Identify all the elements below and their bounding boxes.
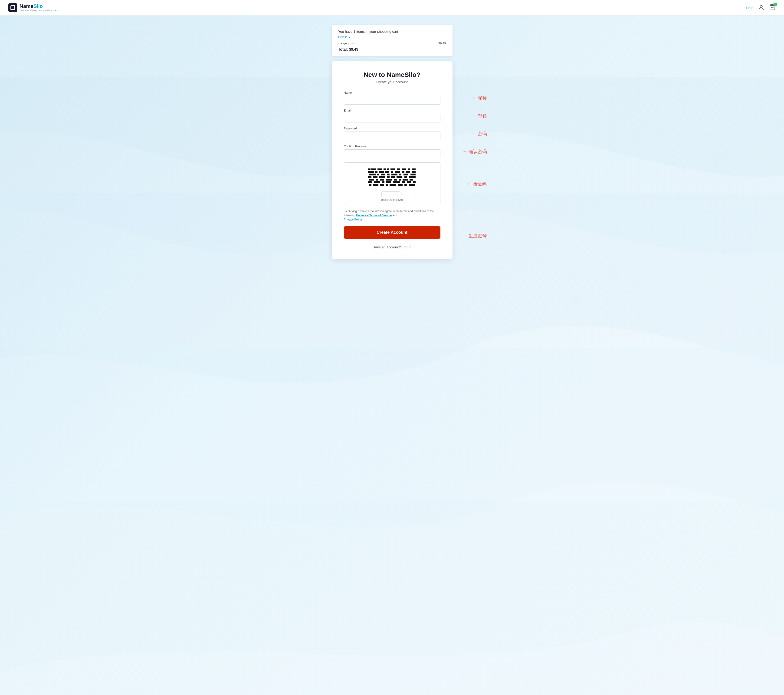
svg-rect-44 xyxy=(403,179,408,180)
name-field-group: Name ← 昵称 xyxy=(344,91,440,104)
svg-rect-40 xyxy=(380,179,384,180)
annotation-confirm-password: ← 确认密码 xyxy=(463,148,487,155)
terms-text: By clicking "Create Account" you agree t… xyxy=(344,209,440,222)
cart-details-link[interactable]: Details ▲ xyxy=(338,35,351,39)
cart-total: Total: $9.49 xyxy=(338,48,446,51)
svg-rect-15 xyxy=(379,171,384,173)
svg-rect-3 xyxy=(371,168,374,170)
have-account-text: Have an account? xyxy=(372,245,401,249)
email-input[interactable] xyxy=(344,114,440,122)
form-subtitle: Create your account xyxy=(344,80,440,84)
annotation-email-arrow: ← xyxy=(472,113,476,118)
help-link[interactable]: Help xyxy=(746,6,753,10)
svg-rect-39 xyxy=(376,179,378,180)
logo-name-part: Name xyxy=(20,3,33,9)
registration-form-card: New to NameSilo? Create your account Nam… xyxy=(332,61,453,259)
svg-rect-25 xyxy=(387,173,390,175)
email-field-group: Email ← 邮箱 xyxy=(344,109,440,122)
name-input[interactable] xyxy=(344,96,440,104)
password-label: Password xyxy=(344,127,440,130)
svg-rect-41 xyxy=(386,179,392,180)
cart-badge[interactable]: 1 xyxy=(769,4,776,12)
header: NameSilo Domains. Cheap, easy and secure… xyxy=(0,0,784,16)
captcha-input[interactable] xyxy=(381,191,400,197)
confirm-password-input[interactable] xyxy=(344,149,440,158)
annotation-confirm-password-arrow: ← xyxy=(463,149,467,154)
cart-summary-title: You have 1 items in your shopping cart xyxy=(338,30,446,33)
svg-rect-24 xyxy=(381,173,385,175)
annotation-nickname: ← 昵称 xyxy=(472,94,487,101)
captcha-hint: (case insensitive) xyxy=(347,198,437,201)
main-content: You have 1 items in your shopping cart D… xyxy=(0,16,784,273)
svg-rect-36 xyxy=(404,176,407,178)
cart-details-arrow-icon: ▲ xyxy=(348,36,350,38)
svg-rect-17 xyxy=(391,171,393,173)
svg-rect-57 xyxy=(386,184,388,186)
annotation-captcha-label: 验证码 xyxy=(473,180,487,187)
svg-rect-54 xyxy=(369,184,371,186)
logo-area: NameSilo Domains. Cheap, easy and secure xyxy=(8,3,57,12)
annotation-nickname-arrow: ← xyxy=(472,95,476,100)
svg-rect-13 xyxy=(368,171,374,173)
svg-rect-49 xyxy=(386,181,391,183)
svg-rect-4 xyxy=(374,168,376,170)
user-icon[interactable] xyxy=(758,5,764,11)
svg-rect-2 xyxy=(368,168,370,170)
login-link[interactable]: Log In xyxy=(402,245,412,249)
header-right: Help 1 xyxy=(746,4,776,12)
confirm-password-field-group: Confirm Password ← 确认密码 xyxy=(344,145,440,158)
svg-rect-11 xyxy=(408,168,410,170)
annotation-email-label: 邮箱 xyxy=(478,112,487,119)
annotation-create-account-label: 生成账号 xyxy=(468,233,487,239)
privacy-policy-link[interactable]: Privacy Policy xyxy=(344,218,362,221)
svg-rect-37 xyxy=(409,176,415,178)
confirm-password-label: Confirm Password xyxy=(344,145,440,148)
svg-rect-30 xyxy=(368,176,371,178)
terms-of-service-link[interactable]: Universal Terms of Service xyxy=(356,214,392,217)
name-label: Name xyxy=(344,91,440,94)
svg-rect-60 xyxy=(404,184,407,186)
svg-rect-16 xyxy=(385,171,389,173)
annotation-confirm-password-label: 确认密码 xyxy=(468,148,487,155)
cart-count-badge: 1 xyxy=(773,3,777,6)
captcha-asterisk: * xyxy=(402,193,403,196)
svg-rect-21 xyxy=(412,171,415,173)
svg-rect-53 xyxy=(413,181,415,183)
annotation-captcha: ← 验证码 xyxy=(467,180,487,187)
captcha-container: * (case insensitive) ← 验证码 xyxy=(344,162,440,205)
have-account-section: Have an account? Log In xyxy=(344,245,440,249)
svg-rect-35 xyxy=(397,176,402,178)
svg-rect-22 xyxy=(369,173,376,175)
create-account-wrapper: Create Account ← 生成账号 xyxy=(344,226,440,245)
logo-tagline: Domains. Cheap, easy and secure xyxy=(20,9,57,12)
password-input[interactable] xyxy=(344,132,440,140)
annotation-nickname-label: 昵称 xyxy=(478,94,487,101)
create-account-button[interactable]: Create Account xyxy=(344,226,440,239)
logo-icon-inner xyxy=(10,5,15,10)
svg-rect-38 xyxy=(369,179,374,180)
svg-rect-45 xyxy=(410,179,413,180)
svg-rect-10 xyxy=(402,168,406,170)
cart-item-price: $9.49 xyxy=(438,41,446,45)
annotation-create-account: ← 生成账号 xyxy=(463,233,487,239)
svg-rect-20 xyxy=(406,171,410,173)
svg-rect-58 xyxy=(390,184,396,186)
annotation-password: ← 密码 xyxy=(472,130,487,137)
svg-rect-5 xyxy=(377,168,382,170)
annotation-create-account-arrow: ← xyxy=(463,233,467,238)
svg-rect-8 xyxy=(390,168,395,170)
email-label: Email xyxy=(344,109,440,112)
logo-icon xyxy=(8,3,17,12)
annotation-password-arrow: ← xyxy=(472,131,476,136)
svg-rect-33 xyxy=(387,176,390,178)
logo-silo-part: Silo xyxy=(33,3,43,9)
captcha-image xyxy=(347,166,437,189)
svg-rect-43 xyxy=(399,179,401,180)
svg-rect-23 xyxy=(377,173,379,175)
svg-rect-34 xyxy=(391,176,395,178)
svg-rect-47 xyxy=(374,181,380,183)
svg-rect-29 xyxy=(410,173,415,175)
logo-text: NameSilo Domains. Cheap, easy and secure xyxy=(20,3,57,12)
captcha-input-row: * xyxy=(347,191,437,197)
svg-rect-42 xyxy=(394,179,397,180)
